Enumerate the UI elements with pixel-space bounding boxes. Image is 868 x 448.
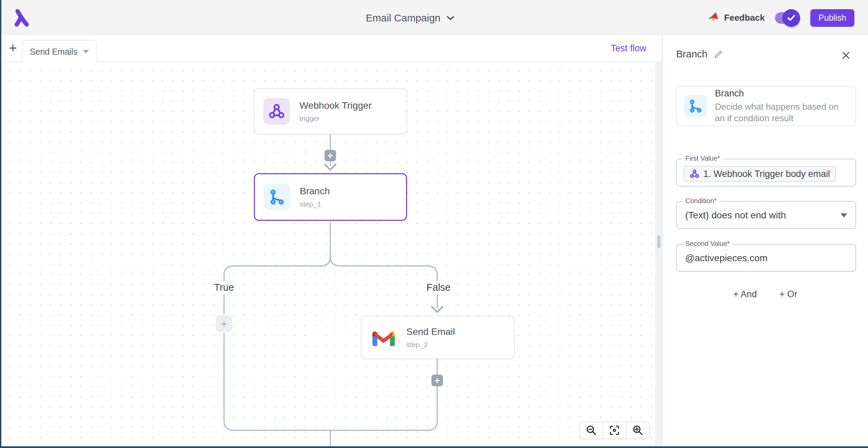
webhook-icon	[263, 98, 290, 125]
zoom-out-icon	[586, 425, 597, 436]
select-caret-icon	[841, 213, 847, 218]
first-value-label: First Value*	[682, 155, 723, 162]
fit-view-icon	[609, 425, 620, 436]
flow-canvas[interactable]: Webhook Trigger trigger + Branch step_1	[0, 62, 662, 446]
zoom-out-button[interactable]	[580, 422, 603, 438]
zoom-in-icon	[632, 425, 644, 436]
step-settings-panel: Branch Bran	[663, 36, 868, 448]
condition-select[interactable]: Condition* (Text) does not end with	[676, 201, 856, 229]
add-and-condition-button[interactable]: + And	[733, 289, 757, 300]
canvas-scrollbar-thumb[interactable]	[657, 235, 660, 248]
canvas-scrollbar	[655, 62, 662, 446]
app-window: Email Campaign Feedback	[0, 0, 868, 448]
node-title: Send Email	[406, 326, 455, 337]
publish-toggle[interactable]	[775, 11, 800, 25]
flow-title-menu[interactable]: Email Campaign	[366, 12, 455, 24]
node-subtitle: step_1	[300, 200, 330, 208]
webhook-icon	[690, 169, 699, 179]
feedback-button[interactable]: Feedback	[708, 13, 765, 23]
branch-icon	[684, 95, 707, 117]
tab-label: Send Emails	[30, 47, 77, 57]
second-value-text: @activepieces.com	[685, 253, 768, 264]
close-panel-button[interactable]	[841, 49, 853, 61]
add-flow-button[interactable]: +	[5, 40, 20, 55]
add-or-condition-button[interactable]: + Or	[779, 289, 797, 300]
second-value-field[interactable]: Second Value* @activepieces.com	[676, 244, 856, 272]
close-icon	[841, 50, 851, 60]
branch-false-label: False	[427, 282, 451, 293]
add-step-button[interactable]: +	[431, 375, 443, 386]
branch-true-label: True	[214, 282, 234, 293]
edit-name-icon[interactable]	[714, 50, 723, 59]
piece-name: Branch	[715, 88, 848, 99]
activepieces-logo-icon[interactable]	[14, 9, 30, 27]
node-send-email[interactable]: Send Email step_2	[361, 316, 515, 359]
window-edge-left	[0, 0, 1, 448]
piece-description: Decide what happens based on an if condi…	[715, 101, 848, 124]
node-title: Branch	[300, 186, 330, 197]
window-edge-bottom	[0, 446, 868, 448]
check-icon	[787, 14, 796, 22]
add-step-button[interactable]: +	[325, 150, 336, 161]
top-header: Email Campaign Feedback	[0, 0, 868, 36]
chevron-down-icon	[446, 15, 455, 21]
node-subtitle: trigger	[299, 114, 372, 123]
panel-title: Branch	[676, 49, 707, 60]
node-branch[interactable]: Branch step_1	[254, 173, 407, 221]
toggle-knob	[782, 9, 800, 27]
condition-value: (Text) does not end with	[685, 210, 786, 221]
canvas-zoom-controls	[579, 422, 650, 439]
tab-send-emails[interactable]: Send Emails	[22, 40, 97, 63]
first-value-field[interactable]: First Value* 1. Webhook Trigger body ema…	[676, 159, 856, 186]
condition-label: Condition*	[682, 197, 720, 205]
token-text: 1. Webhook Trigger body email	[703, 169, 830, 179]
page-title: Email Campaign	[366, 12, 440, 24]
add-step-placeholder-button[interactable]: +	[216, 316, 232, 332]
second-value-label: Second Value*	[682, 240, 733, 248]
publish-button[interactable]: Publish	[810, 9, 854, 27]
megaphone-icon	[708, 13, 720, 23]
first-value-token[interactable]: 1. Webhook Trigger body email	[684, 166, 836, 182]
gmail-icon	[370, 324, 397, 351]
test-flow-button[interactable]: Test flow	[611, 43, 646, 54]
node-title: Webhook Trigger	[299, 100, 372, 111]
flow-tab-strip: + Send Emails Test flow	[0, 36, 662, 62]
node-subtitle: step_2	[406, 341, 455, 349]
fit-to-view-button[interactable]	[603, 422, 626, 438]
tab-caret-icon	[83, 50, 89, 54]
branch-icon	[264, 184, 290, 210]
piece-info-card: Branch Decide what happens based on an i…	[676, 86, 856, 126]
zoom-in-button[interactable]	[626, 422, 649, 438]
node-webhook-trigger[interactable]: Webhook Trigger trigger	[254, 88, 407, 135]
feedback-label: Feedback	[724, 13, 765, 23]
